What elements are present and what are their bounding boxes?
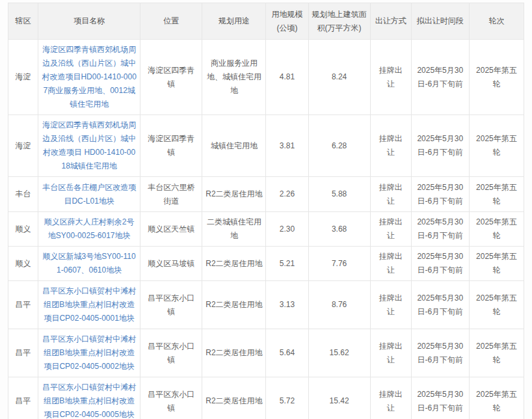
- cell-district: 昌平: [8, 329, 38, 377]
- cell-floor-area: 15.62: [308, 329, 370, 377]
- cell-planned-use: R2二类居住用地: [202, 329, 266, 377]
- cell-project-name: 昌平区东小口镇贺村中滩村组团B地块重点村旧村改造项目CP02-0405-0001…: [38, 281, 140, 329]
- project-link[interactable]: 顺义区薛大人庄村剩余2号地SY00-0025-6017地块: [44, 217, 135, 240]
- cell-project-name: 昌平区东小口镇贺村中滩村组团B地块重点村旧村改造项目CP02-0405-0002…: [38, 329, 140, 377]
- cell-land-area: 5.64: [266, 329, 308, 377]
- cell-project-name: 丰台区岳各庄棚户区改造项目DC-L01地块: [38, 177, 140, 212]
- cell-land-area: 5.72: [266, 377, 308, 419]
- table-row: 昌平 昌平区东小口镇贺村中滩村组团B地块重点村旧村改造项目CP02-0405-0…: [8, 377, 524, 419]
- cell-round: 2025年第五轮: [469, 281, 524, 329]
- table-row: 昌平 昌平区东小口镇贺村中滩村组团B地块重点村旧村改造项目CP02-0405-0…: [8, 329, 524, 377]
- header-land-area: 用地规模(公顷): [266, 3, 308, 40]
- table-row: 顺义 顺义区薛大人庄村剩余2号地SY00-0025-6017地块 顺义区天竺镇 …: [8, 212, 524, 247]
- cell-district: 昌平: [8, 281, 38, 329]
- cell-transfer-method: 挂牌出让: [370, 281, 411, 329]
- header-transfer-period: 拟出让时间段: [411, 3, 469, 40]
- cell-transfer-period: 2025年5月30日-6月下旬前: [411, 329, 469, 377]
- cell-land-area: 2.30: [266, 212, 308, 247]
- cell-district: 顺义: [8, 247, 38, 281]
- cell-round: 2025年第五轮: [469, 115, 524, 177]
- table-row: 海淀 海淀区四季青镇西郊机场周边及沿线（西山片区）城中村改造项目HD00-141…: [8, 40, 524, 115]
- table-row: 顺义 顺义区新城3号地SY00-1101-0607、0610地块 顺义区马坡镇 …: [8, 247, 524, 281]
- cell-project-name: 海淀区四季青镇西郊机场周边及沿线（西山片区）城中村改造项目 HD00-1410-…: [38, 115, 140, 177]
- header-location: 位置: [140, 3, 202, 40]
- cell-planned-use: 城镇住宅用地: [202, 115, 266, 177]
- cell-location: 昌平区东小口镇: [140, 329, 202, 377]
- cell-floor-area: 8.24: [308, 40, 370, 115]
- cell-project-name: 顺义区薛大人庄村剩余2号地SY00-0025-6017地块: [38, 212, 140, 247]
- land-transfer-table-container: 辖区 项目名称 位置 规划用途 用地规模(公顷) 规划地上建筑面积(万平方米) …: [0, 0, 532, 419]
- project-link[interactable]: 昌平区东小口镇贺村中滩村组团B地块重点村旧村改造项目CP02-0405-0005…: [42, 383, 136, 419]
- cell-round: 2025年第五轮: [469, 247, 524, 281]
- cell-transfer-period: 2025年5月30日-6月下旬前: [411, 377, 469, 419]
- cell-project-name: 顺义区新城3号地SY00-1101-0607、0610地块: [38, 247, 140, 281]
- project-link[interactable]: 海淀区四季青镇西郊机场周边及沿线（西山片区）城中村改造项目 HD00-1410-…: [42, 120, 136, 170]
- table-row: 海淀 海淀区四季青镇西郊机场周边及沿线（西山片区）城中村改造项目 HD00-14…: [8, 115, 524, 177]
- cell-planned-use: 二类城镇住宅用地: [202, 212, 266, 247]
- cell-location: 昌平区东小口镇: [140, 281, 202, 329]
- cell-land-area: 4.81: [266, 40, 308, 115]
- cell-land-area: 3.13: [266, 281, 308, 329]
- cell-land-area: 5.21: [266, 247, 308, 281]
- table-row: 丰台 丰台区岳各庄棚户区改造项目DC-L01地块 丰台区六里桥街道 R2二类居住…: [8, 177, 524, 212]
- project-link[interactable]: 顺义区新城3号地SY00-1101-0607、0610地块: [43, 252, 136, 275]
- cell-planned-use: R2二类居住用地: [202, 247, 266, 281]
- cell-location: 海淀区四季青镇: [140, 40, 202, 115]
- cell-project-name: 海淀区四季青镇西郊机场周边及沿线（西山片区）城中村改造项目HD00-1410-0…: [38, 40, 140, 115]
- cell-transfer-method: 挂牌出让: [370, 115, 411, 177]
- cell-floor-area: 5.88: [308, 177, 370, 212]
- cell-district: 顺义: [8, 212, 38, 247]
- cell-transfer-method: 挂牌出让: [370, 329, 411, 377]
- cell-round: 2025年第五轮: [469, 329, 524, 377]
- cell-district: 昌平: [8, 377, 38, 419]
- cell-district: 海淀: [8, 115, 38, 177]
- project-link[interactable]: 昌平区东小口镇贺村中滩村组团B地块重点村旧村改造项目CP02-0405-0002…: [42, 334, 136, 371]
- cell-planned-use: R2二类居住用地: [202, 377, 266, 419]
- cell-floor-area: 15.42: [308, 377, 370, 419]
- cell-transfer-method: 挂牌出让: [370, 377, 411, 419]
- cell-floor-area: 6.28: [308, 115, 370, 177]
- project-link[interactable]: 丰台区岳各庄棚户区改造项目DC-L01地块: [42, 183, 136, 206]
- table-header-row: 辖区 项目名称 位置 规划用途 用地规模(公顷) 规划地上建筑面积(万平方米) …: [8, 3, 524, 40]
- cell-land-area: 2.26: [266, 177, 308, 212]
- cell-round: 2025年第五轮: [469, 377, 524, 419]
- cell-transfer-method: 挂牌出让: [370, 212, 411, 247]
- cell-location: 顺义区马坡镇: [140, 247, 202, 281]
- cell-district: 海淀: [8, 40, 38, 115]
- cell-location: 海淀区四季青镇: [140, 115, 202, 177]
- cell-round: 2025年第五轮: [469, 212, 524, 247]
- cell-transfer-period: 2025年5月30日-6月下旬前: [411, 115, 469, 177]
- cell-floor-area: 8.76: [308, 281, 370, 329]
- cell-planned-use: R2二类居住用地: [202, 281, 266, 329]
- cell-project-name: 昌平区东小口镇贺村中滩村组团B地块重点村旧村改造项目CP02-0405-0005…: [38, 377, 140, 419]
- project-link[interactable]: 昌平区东小口镇贺村中滩村组团B地块重点村旧村改造项目CP02-0405-0001…: [42, 286, 136, 323]
- header-transfer-method: 出让方式: [370, 3, 411, 40]
- cell-floor-area: 7.76: [308, 247, 370, 281]
- cell-planned-use: R2二类居住用地: [202, 177, 266, 212]
- cell-location: 顺义区天竺镇: [140, 212, 202, 247]
- cell-round: 2025年第五轮: [469, 40, 524, 115]
- cell-transfer-period: 2025年5月30日-6月下旬前: [411, 177, 469, 212]
- header-district: 辖区: [8, 3, 38, 40]
- header-round: 轮次: [469, 3, 524, 40]
- cell-transfer-period: 2025年5月30日-6月下旬前: [411, 247, 469, 281]
- header-project-name: 项目名称: [38, 3, 140, 40]
- land-transfer-table: 辖区 项目名称 位置 规划用途 用地规模(公顷) 规划地上建筑面积(万平方米) …: [8, 3, 524, 419]
- cell-planned-use: 商业服务业用地、城镇住宅用地: [202, 40, 266, 115]
- cell-transfer-method: 挂牌出让: [370, 177, 411, 212]
- cell-land-area: 3.81: [266, 115, 308, 177]
- project-link[interactable]: 海淀区四季青镇西郊机场周边及沿线（西山片区）城中村改造项目HD00-1410-0…: [42, 45, 136, 109]
- cell-transfer-period: 2025年5月30日-6月下旬前: [411, 212, 469, 247]
- cell-district: 丰台: [8, 177, 38, 212]
- cell-transfer-method: 挂牌出让: [370, 247, 411, 281]
- cell-transfer-period: 2025年5月30日-6月下旬前: [411, 40, 469, 115]
- table-row: 昌平 昌平区东小口镇贺村中滩村组团B地块重点村旧村改造项目CP02-0405-0…: [8, 281, 524, 329]
- cell-transfer-period: 2025年5月30日-6月下旬前: [411, 281, 469, 329]
- cell-location: 丰台区六里桥街道: [140, 177, 202, 212]
- cell-floor-area: 3.68: [308, 212, 370, 247]
- header-floor-area: 规划地上建筑面积(万平方米): [308, 3, 370, 40]
- cell-round: 2025年第五轮: [469, 177, 524, 212]
- cell-transfer-method: 挂牌出让: [370, 40, 411, 115]
- cell-location: 昌平区东小口镇: [140, 377, 202, 419]
- header-planned-use: 规划用途: [202, 3, 266, 40]
